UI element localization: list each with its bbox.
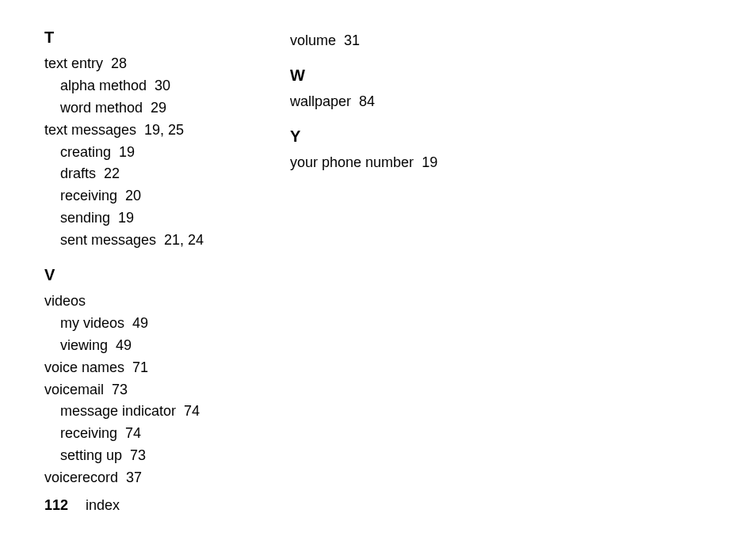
section-heading-t: T [44,29,235,47]
page-footer: 112index [44,497,120,514]
index-term: message indicator [60,403,176,419]
index-entry: voice names 71 [44,357,235,379]
footer-label: index [86,497,120,513]
index-entry: videos [44,291,235,313]
index-term: videos [44,293,86,309]
index-pages: 20 [125,188,141,203]
index-term: word method [60,100,143,116]
index-subentry: my videos 49 [44,313,235,335]
index-pages: 73 [130,447,146,463]
index-pages: 74 [125,425,141,441]
index-subentry: creating 19 [44,142,235,164]
index-term: receiving [60,188,117,203]
section-heading-v: V [44,266,235,284]
index-pages: 30 [155,78,170,93]
index-pages: 84 [359,93,375,109]
index-subentry: receiving 74 [44,423,235,445]
index-entry: wallpaper 84 [290,91,480,113]
index-pages: 19 [118,210,134,226]
column-2: volume 31 W wallpaper 84 Y your phone nu… [290,29,480,489]
index-term: creating [60,144,111,160]
index-pages: 28 [111,55,127,71]
index-entry: text messages 19, 25 [44,120,235,142]
index-pages: 21, 24 [164,232,204,248]
index-term: setting up [60,447,122,463]
index-entry: text entry 28 [44,53,235,75]
index-pages: 22 [104,165,120,181]
index-term: text messages [44,122,136,138]
index-subentry: setting up 73 [44,445,235,467]
index-term: voice names [44,359,124,375]
index-subentry: alpha method 30 [44,75,235,97]
index-term: voicerecord [44,469,118,485]
index-term: wallpaper [290,93,351,109]
section-heading-w: W [290,67,480,85]
index-term: drafts [60,165,96,181]
index-subentry: sent messages 21, 24 [44,230,235,252]
index-subentry: drafts 22 [44,163,235,185]
index-pages: 49 [116,337,132,353]
index-term: text entry [44,55,103,71]
index-pages: 19 [422,154,437,170]
index-term: sending [60,210,110,226]
index-pages: 73 [112,382,128,397]
index-term: receiving [60,425,117,441]
index-pages: 74 [184,403,200,419]
index-pages: 19, 25 [144,122,184,138]
index-pages: 49 [132,315,148,331]
index-subentry: receiving 20 [44,185,235,207]
index-term: viewing [60,337,108,353]
index-term: voicemail [44,382,104,397]
index-pages: 19 [119,144,135,160]
page-number: 112 [44,497,68,513]
index-term: alpha method [60,78,147,93]
column-1: T text entry 28 alpha method 30 word met… [44,29,235,489]
index-subentry: message indicator 74 [44,401,235,423]
index-subentry: viewing 49 [44,335,235,357]
index-entry: volume 31 [290,30,480,52]
index-term: sent messages [60,232,156,248]
index-subentry: word method 29 [44,97,235,120]
index-entry: voicerecord 37 [44,467,235,489]
index-pages: 37 [126,469,142,485]
index-entry: your phone number 19 [290,152,480,174]
index-pages: 71 [132,359,148,375]
index-term: volume [290,32,336,48]
index-columns: T text entry 28 alpha method 30 word met… [44,29,756,489]
index-entry: voicemail 73 [44,379,235,401]
section-heading-y: Y [290,127,480,146]
index-pages: 29 [151,100,166,116]
index-pages: 31 [344,32,360,48]
index-subentry: sending 19 [44,207,235,230]
index-term: your phone number [290,154,414,170]
index-term: my videos [60,315,124,331]
